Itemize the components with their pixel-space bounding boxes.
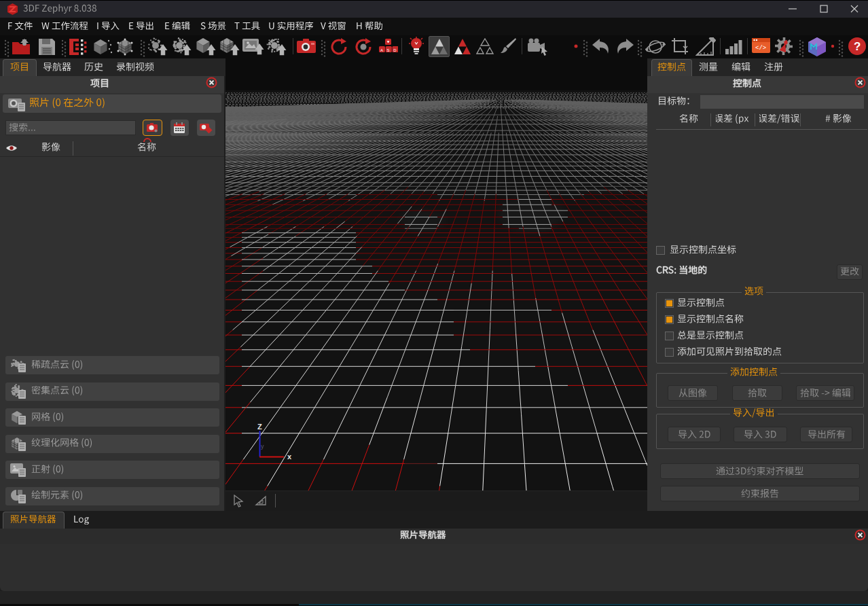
svg-text:D: D	[393, 48, 397, 52]
svg-text:</>: </>	[755, 45, 766, 52]
svg-text:A: A	[380, 48, 383, 52]
svg-text:S: S	[387, 48, 390, 52]
svg-text:?: ?	[854, 40, 861, 53]
svg-text:Z: Z	[257, 423, 262, 431]
svg-text:y: y	[261, 443, 264, 450]
svg-text:x: x	[287, 452, 292, 461]
